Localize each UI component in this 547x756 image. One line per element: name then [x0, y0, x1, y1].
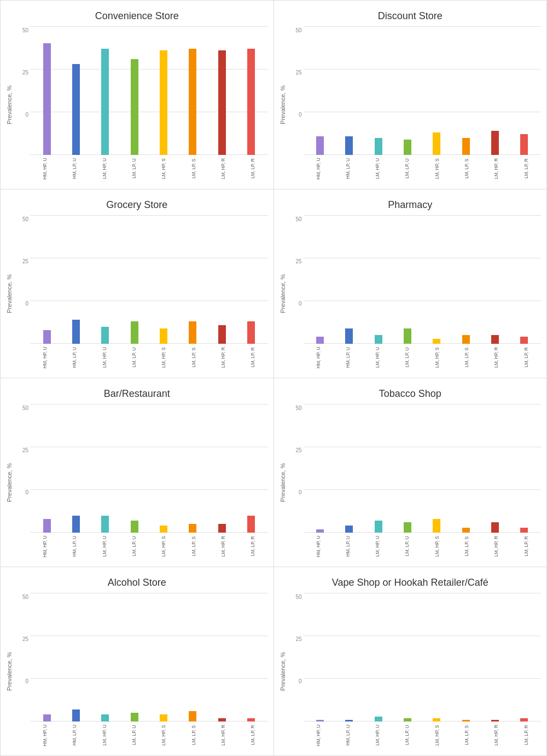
bar-group — [178, 593, 207, 722]
y-tick-label: 0 — [288, 489, 304, 495]
bar-group — [91, 26, 120, 155]
bar-discount-store-0 — [316, 136, 324, 155]
bar-pharmacy-1 — [345, 328, 353, 344]
bar-bar-restaurant-2 — [101, 516, 109, 533]
bar-discount-store-6 — [491, 131, 499, 155]
bar-group — [422, 215, 451, 344]
bar-grocery-store-1 — [72, 320, 80, 344]
bars-yaxis-grocery-store: 02550 — [15, 215, 268, 344]
bar-discount-store-7 — [520, 134, 528, 155]
bar-group — [393, 215, 422, 344]
bar-alcohol-store-0 — [43, 714, 51, 722]
bar-alcohol-store-4 — [160, 714, 167, 722]
x-axis-label: HM, LP, U — [333, 155, 363, 183]
x-axis-label: LM, HP, U — [363, 155, 392, 183]
bar-tobacco-shop-6 — [491, 522, 499, 533]
x-axis-label: LM, HP, U — [90, 533, 119, 561]
x-axis-label: LM, HP, U — [363, 344, 392, 372]
bar-group — [480, 404, 509, 533]
chart-title-discount-store: Discount Store — [378, 10, 443, 22]
chart-area-vape-shop: Prevalence, %02550HM, HP, UHM, LP, ULM, … — [280, 593, 542, 750]
bar-discount-store-3 — [404, 140, 411, 155]
x-axis-label: HM, HP, U — [304, 533, 333, 561]
x-axis-label: LM, LP, U — [119, 722, 149, 750]
chart-cell-alcohol-store: Alcohol StorePrevalence, %02550HM, HP, U… — [1, 567, 274, 756]
bar-group — [306, 593, 335, 722]
bar-pharmacy-0 — [316, 337, 324, 344]
bar-convenience-store-0 — [43, 43, 51, 155]
chart-area-grocery-store: Prevalence, %02550HM, HP, UHM, LP, ULM, … — [6, 215, 268, 372]
bar-group — [236, 593, 265, 722]
x-axis-label: HM, LP, U — [333, 344, 363, 372]
bar-convenience-store-7 — [247, 49, 255, 155]
x-axis-label: LM, LP, R — [238, 344, 267, 372]
bar-grocery-store-7 — [247, 321, 255, 344]
x-axis-label: LM, LP, R — [511, 722, 541, 750]
x-labels-convenience-store: HM, HP, UHM, LP, ULM, HP, ULM, LP, ULM, … — [30, 155, 268, 183]
bars-wrapper-discount-store — [304, 26, 542, 155]
chart-title-bar-restaurant: Bar/Restaurant — [104, 388, 170, 400]
bar-alcohol-store-1 — [72, 709, 80, 722]
x-labels-alcohol-store: HM, HP, UHM, LP, ULM, HP, ULM, LP, ULM, … — [30, 722, 268, 750]
bar-group — [32, 26, 61, 155]
bars-yaxis-vape-shop: 02550 — [288, 593, 542, 722]
x-axis-label: LM, LP, U — [119, 155, 149, 183]
bar-group — [306, 26, 335, 155]
bars-wrapper-bar-restaurant — [30, 404, 268, 533]
bar-group — [91, 593, 120, 722]
bar-convenience-store-2 — [101, 49, 109, 155]
bars-wrapper-grocery-store — [30, 215, 268, 344]
bar-group — [364, 593, 393, 722]
x-axis-label: LM, HP, R — [481, 155, 511, 183]
bars-container-alcohol-store — [30, 593, 268, 722]
y-axis-label: Prevalence, % — [6, 85, 13, 124]
bar-group — [364, 404, 393, 533]
y-ticks: 02550 — [15, 26, 30, 155]
bar-group — [207, 404, 236, 533]
x-labels-grocery-store: HM, HP, UHM, LP, ULM, HP, ULM, LP, ULM, … — [30, 344, 268, 372]
chart-inner-alcohol-store: 02550HM, HP, UHM, LP, ULM, HP, ULM, LP, … — [15, 593, 268, 750]
y-tick-label: 25 — [288, 636, 304, 642]
x-axis-label: HM, HP, U — [304, 155, 333, 183]
x-axis-label: LM, HP, U — [90, 722, 119, 750]
x-axis-label: LM, LP, R — [511, 533, 541, 561]
bars-wrapper-tobacco-shop — [304, 404, 542, 533]
bar-group — [207, 26, 236, 155]
bar-group — [61, 215, 90, 344]
x-labels-vape-shop: HM, HP, UHM, LP, ULM, HP, ULM, LP, ULM, … — [304, 722, 542, 750]
y-tick-label: 50 — [15, 27, 30, 33]
bars-wrapper-pharmacy — [304, 215, 542, 344]
x-axis-label: LM, LP, U — [392, 155, 422, 183]
bar-group — [451, 26, 480, 155]
y-tick-label: 0 — [15, 678, 30, 684]
y-tick-label: 0 — [15, 301, 30, 307]
bars-yaxis-alcohol-store: 02550 — [15, 593, 268, 722]
chart-title-alcohol-store: Alcohol Store — [108, 577, 166, 588]
bar-group — [120, 593, 149, 722]
x-axis-label: LM, HP, S — [149, 344, 178, 372]
x-axis-label: LM, LP, S — [452, 722, 481, 750]
y-tick-label: 25 — [15, 636, 30, 642]
bar-group — [510, 26, 539, 155]
y-ticks: 02550 — [15, 593, 30, 722]
bar-bar-restaurant-3 — [131, 521, 138, 533]
chart-inner-bar-restaurant: 02550HM, HP, UHM, LP, ULM, HP, ULM, LP, … — [15, 404, 268, 561]
chart-cell-vape-shop: Vape Shop or Hookah Retailer/CaféPrevale… — [274, 567, 548, 756]
chart-grid: Convenience StorePrevalence, %02550HM, H… — [0, 0, 547, 756]
y-tick-label: 50 — [288, 27, 304, 33]
chart-inner-discount-store: 02550HM, HP, UHM, LP, ULM, HP, ULM, LP, … — [288, 26, 542, 183]
y-axis-label: Prevalence, % — [6, 652, 13, 691]
bar-group — [393, 26, 422, 155]
x-axis-label: LM, LP, S — [179, 155, 208, 183]
bar-alcohol-store-3 — [131, 713, 138, 722]
x-axis-label: LM, LP, U — [392, 722, 422, 750]
bar-group — [32, 404, 61, 533]
x-axis-label: LM, HP, S — [422, 722, 452, 750]
x-axis-label: LM, HP, R — [208, 722, 238, 750]
bar-grocery-store-0 — [43, 330, 51, 344]
bar-grocery-store-2 — [101, 327, 109, 344]
y-tick-label: 0 — [15, 489, 30, 495]
chart-cell-bar-restaurant: Bar/RestaurantPrevalence, %02550HM, HP, … — [1, 378, 274, 567]
chart-cell-tobacco-shop: Tobacco ShopPrevalence, %02550HM, HP, UH… — [274, 378, 548, 567]
chart-inner-vape-shop: 02550HM, HP, UHM, LP, ULM, HP, ULM, LP, … — [288, 593, 542, 750]
